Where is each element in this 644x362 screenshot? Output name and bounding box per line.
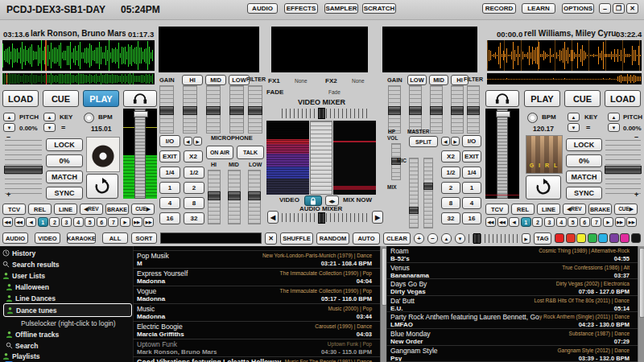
track-row[interactable]: Electric BoogieMarcia Griffiths Carousel… <box>133 322 380 339</box>
deck-b-step-fwd-button[interactable]: ▶ <box>603 217 613 227</box>
deck-b-position-strip[interactable] <box>497 109 508 199</box>
track-row-loaded[interactable]: Uptown FunkMark Ronson, Bruno Mars Uptow… <box>133 339 380 357</box>
deck-a-skip-start-button[interactable]: ◀◀ <box>2 217 13 227</box>
deck-a-skip-end-button[interactable]: ▶▶ <box>143 217 154 227</box>
crossfader-right-button[interactable]: ▶ <box>372 211 383 224</box>
deck-b-io-loop-button[interactable]: I/O <box>462 135 481 147</box>
deck-b-pitch-reset-button[interactable]: 0% <box>566 154 602 167</box>
split-button[interactable]: SPLIT <box>409 136 438 147</box>
video-crossfader-handle[interactable] <box>318 108 325 119</box>
deck-a-hotcue-4[interactable]: 4 <box>73 217 84 227</box>
deck-b-rel-button[interactable]: REL <box>511 204 535 215</box>
deck-b-loop-2-button[interactable]: 2 <box>441 182 460 194</box>
search-input[interactable] <box>160 232 262 244</box>
fader-handle[interactable] <box>206 106 221 115</box>
deck-b-pitch-down-button[interactable]: ▼ <box>608 123 620 132</box>
mic-talk-button[interactable]: TALK <box>237 146 264 159</box>
scratch-button[interactable]: SCRATCH <box>362 3 396 14</box>
deck-a-lock-button[interactable]: LOCK <box>46 138 83 151</box>
deck-b-skip-start-button[interactable]: ◀◀ <box>485 217 496 227</box>
track-row[interactable]: Party Rock Anthem featuring Lauren Benne… <box>386 312 638 329</box>
deck-a-play-button[interactable]: PLAY <box>83 90 119 107</box>
deck-a-loop-button[interactable] <box>86 174 118 199</box>
deck-a-pitch-up-button[interactable]: ▲ <box>3 113 15 121</box>
fx1-value[interactable]: None <box>295 78 308 84</box>
deck-b-position-handle[interactable] <box>496 111 510 117</box>
audio-crossfader-handle[interactable] <box>318 212 325 224</box>
deck-a-loop-4-button[interactable]: 4 <box>159 197 180 209</box>
deck-a-hotcue-6[interactable]: 6 <box>97 217 107 227</box>
tag-dot-purple[interactable] <box>609 233 619 243</box>
mic-on-air-button[interactable]: ON AIR <box>206 146 233 159</box>
deck-a-position-strip[interactable] <box>134 109 146 199</box>
deck-a-ffwd-button[interactable]: ▶▶ <box>132 217 142 227</box>
deck-b-ffwd-button[interactable]: ▶▶ <box>615 217 625 227</box>
fader-handle[interactable] <box>451 106 464 115</box>
deck-a-hotcue-7[interactable]: 7 <box>108 217 118 227</box>
deck-b-hotcue-3[interactable]: 3 <box>544 217 555 227</box>
track-row[interactable]: MusicMadonna Music (2000) | Pop03:44 <box>133 304 380 322</box>
audio-mode-button[interactable]: AUDIO <box>247 3 278 14</box>
learn-button[interactable]: LEARN <box>522 3 555 14</box>
deck-a-hotcue-2[interactable]: 2 <box>49 217 60 227</box>
deck-a-line-button[interactable]: LINE <box>54 204 77 215</box>
deck-b-brake-button[interactable]: BRAKE <box>588 204 612 215</box>
fader-handle[interactable] <box>183 106 197 115</box>
deck-a-key-down-button[interactable]: ▼ <box>43 123 56 132</box>
fade-value[interactable]: Fade <box>328 89 341 95</box>
browser-tab-all[interactable]: ALL <box>102 232 128 244</box>
tag-button[interactable]: TAG <box>534 232 551 245</box>
mixer-a-gain-fader[interactable] <box>159 85 174 134</box>
deck-b-loop-1-button[interactable]: 1 <box>462 182 481 194</box>
mixer-b-gain-fader[interactable] <box>388 85 401 134</box>
deck-a-headphone-button[interactable] <box>123 90 157 107</box>
playlist-right-scrollbar[interactable] <box>638 246 644 362</box>
deck-b-hotcue-4[interactable]: 4 <box>556 217 567 227</box>
clear-list-button[interactable]: CLEAR <box>383 232 411 245</box>
sidebar-item-history[interactable]: History <box>2 248 130 258</box>
maximize-button[interactable]: ❐ <box>613 3 625 14</box>
fader-handle[interactable] <box>467 106 480 115</box>
track-row[interactable]: Blue MondayNew Order Substance (1987) | … <box>386 329 638 346</box>
deck-b-play-button[interactable]: PLAY <box>524 90 560 107</box>
track-row[interactable]: RoamB-52's Cosmic Thing (1989) | Alterna… <box>386 246 638 263</box>
browser-tab-audio[interactable]: AUDIO <box>2 232 28 244</box>
browser-tab-sort[interactable]: SORT <box>131 232 157 244</box>
deck-b-sync-button[interactable]: SYNC <box>566 187 602 200</box>
track-row[interactable]: Gangnam StylePsy Gangnam Style (2012) | … <box>386 346 638 362</box>
deck-b-hotcue-2[interactable]: 2 <box>532 217 543 227</box>
deck-b-loop-32-button[interactable]: 32 <box>441 212 460 224</box>
move-down-button[interactable]: ▼ <box>455 233 465 244</box>
mic-mid-fader[interactable] <box>228 170 241 224</box>
mixer-a-mid-fader[interactable] <box>206 85 221 134</box>
deck-a-loop-32-button[interactable]: 32 <box>184 212 204 224</box>
mixer-a-mid-kill-button[interactable]: MID <box>205 75 226 85</box>
deck-a-pitch-down-button[interactable]: ▼ <box>3 123 15 132</box>
track-row[interactable]: VenusBananarama True Confessions (1986) … <box>386 263 638 279</box>
deck-b-loop-8-button[interactable]: 8 <box>441 197 460 209</box>
effects-button[interactable]: EFFECTS <box>284 3 318 14</box>
deck-a-cue-button[interactable]: CUE <box>43 90 79 107</box>
track-row[interactable]: Express YourselfMadonna The Immaculate C… <box>133 269 380 286</box>
audio-crossfader[interactable] <box>282 213 369 222</box>
deck-b-pitch-slider-handle[interactable] <box>605 166 642 174</box>
minimize-button[interactable]: – <box>599 3 611 14</box>
deck-b-skip-end-button[interactable]: ▶▶ <box>626 217 637 227</box>
fx2-value[interactable]: None <box>352 78 365 84</box>
sidebar-item-user-lists[interactable]: User Lists <box>2 270 130 281</box>
tag-dot-red[interactable] <box>555 233 564 243</box>
deck-a-pitch-reset-button[interactable]: 0% <box>46 154 83 167</box>
track-row[interactable]: Good Vibrations featuring Loleatta Hollo… <box>133 357 380 362</box>
deck-a-pitch-slider[interactable] <box>5 140 42 198</box>
sampler-button[interactable]: SAMPLER <box>324 3 358 14</box>
record-button[interactable]: RECORD <box>482 3 516 14</box>
sidebar-item-pulselocker[interactable]: Pulselocker (right-click to login) <box>21 318 133 328</box>
deck-a-step-fwd-button[interactable]: ▶ <box>120 217 130 227</box>
fader-handle[interactable] <box>208 191 221 200</box>
deck-a-io-loop-button[interactable]: I/O <box>159 135 180 147</box>
deck-b-pitch-up-button[interactable]: ▲ <box>608 113 620 121</box>
deck-a-loop-16-button[interactable]: 16 <box>159 212 180 224</box>
deck-b-reverse-button[interactable]: ◀REV <box>563 204 586 215</box>
deck-a-step-back-button[interactable]: ◀ <box>26 217 36 227</box>
deck-b-loop-exit-button[interactable]: EXIT <box>462 150 481 162</box>
